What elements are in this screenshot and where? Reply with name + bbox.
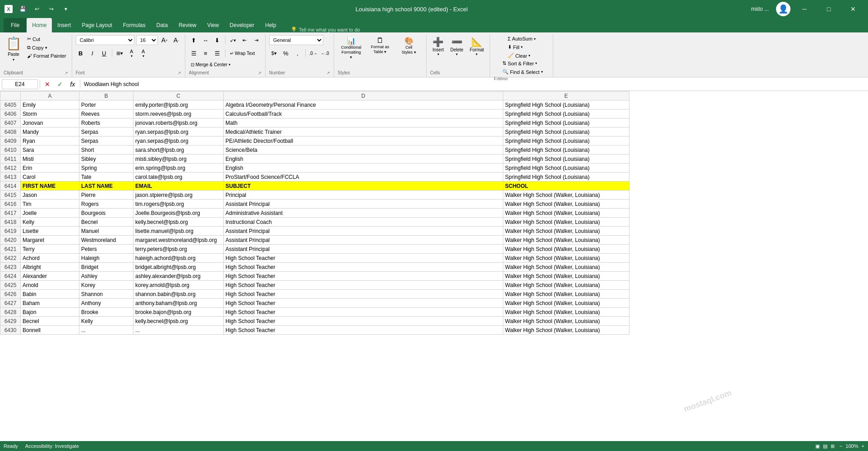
view-normal-button[interactable]: ▣ [815,443,820,449]
cell-a[interactable]: Achord [21,254,79,263]
cell-b[interactable]: Serpas [79,137,133,146]
cell-a[interactable]: Mandy [21,128,79,137]
font-color-button[interactable]: A▾ [138,48,148,58]
merge-dropdown[interactable]: ▾ [229,63,230,67]
cell-e[interactable]: Walker High School (Walker, Louisiana) [503,245,629,254]
cell-b[interactable]: Korey [79,281,133,290]
cell-e[interactable]: Springfield High School (Louisiana) [503,137,629,146]
col-header-a[interactable]: A [21,91,79,100]
cell-c[interactable]: ryan.serpas@lpsb.org [133,137,224,146]
cell-c[interactable]: ryan.serpas@lpsb.org [133,128,224,137]
font-shrink-button[interactable]: A- [171,35,181,45]
cell-d[interactable]: High School Teacher [224,281,503,290]
cell-d[interactable]: Assistant Principal [224,245,503,254]
row-number[interactable]: 6420 [0,236,21,245]
cell-c[interactable]: shannon.babin@lpsb.org [133,290,224,299]
cell-c[interactable]: korey.arnold@lpsb.org [133,281,224,290]
delete-button[interactable]: ➖ Delete ▾ [448,35,466,58]
align-center-button[interactable]: ≡ [201,48,211,58]
cell-d[interactable]: High School Teacher [224,308,503,317]
cell-c[interactable]: ... [133,326,224,335]
cell-e[interactable]: Springfield High School (Louisiana) [503,128,629,137]
font-grow-button[interactable]: A+ [160,35,170,45]
font-family-select[interactable]: Calibri [76,35,134,45]
align-left-button[interactable]: ☰ [189,48,199,58]
cell-e[interactable]: Springfield High School (Louisiana) [503,164,629,173]
cell-c[interactable]: bridget.albright@lpsb.org [133,263,224,272]
cell-c[interactable]: misti.sibley@lpsb.org [133,155,224,164]
cell-c[interactable]: carol.tate@lpsb.org [133,173,224,182]
row-number[interactable]: 6405 [0,100,21,109]
row-number[interactable]: 6407 [0,118,21,128]
row-number[interactable]: 6424 [0,272,21,281]
cell-b[interactable]: Serpas [79,128,133,137]
row-number[interactable]: 6412 [0,164,21,173]
autosum-button[interactable]: Σ AutoSum ▾ [506,35,537,42]
tab-insert[interactable]: Insert [52,18,76,32]
number-format-select[interactable]: General Number Currency Accounting Short… [269,35,323,45]
cell-b[interactable]: Roberts [79,118,133,128]
border-button[interactable]: ⊞▾ [115,48,125,58]
cell-d[interactable]: Instructional Coach [224,218,503,227]
fill-button[interactable]: ⬇ Fill ▾ [506,43,524,51]
table-row[interactable]: 6425ArnoldKoreykorey.arnold@lpsb.orgHigh… [0,281,629,290]
cell-e[interactable]: Springfield High School (Louisiana) [503,155,629,164]
cell-b[interactable]: Anthony [79,299,133,308]
table-row[interactable]: 6424AlexanderAshleyashley.alexander@lpsb… [0,272,629,281]
table-row[interactable]: 6412ErinSpringerin.spring@lpsb.orgEnglis… [0,164,629,173]
cell-a[interactable]: Tim [21,200,79,209]
cell-e[interactable]: Walker High School (Walker, Louisiana) [503,326,629,335]
table-row[interactable]: 6428BajonBrookebrooke.bajon@lpsb.orgHigh… [0,308,629,317]
tell-me-text[interactable]: Tell me what you want to do [299,27,360,32]
cell-d[interactable]: Assistant Principal [224,200,503,209]
clipboard-expand[interactable]: ↗ [64,71,68,75]
cell-a[interactable]: Erin [21,164,79,173]
cell-b[interactable]: Short [79,146,133,155]
cell-c[interactable]: jonovan.roberts@lpsb.org [133,118,224,128]
cell-c[interactable]: jason.stpierre@lpsb.org [133,191,224,200]
align-bottom-button[interactable]: ⬇ [212,35,222,45]
row-number[interactable]: 6414 [0,182,21,191]
cell-d[interactable]: English [224,155,503,164]
cell-c[interactable]: kelly.becnel@lpsb.org [133,317,224,326]
bold-button[interactable]: B [76,48,86,58]
table-row[interactable]: 6419LisetteManuellisette.manuel@lpsb.org… [0,227,629,236]
cell-b[interactable]: Bourgeois [79,209,133,218]
text-direction-button[interactable]: ↙▾ [228,35,238,45]
indent-decrease-button[interactable]: ⇤ [240,35,250,45]
fill-dropdown[interactable]: ▾ [521,45,523,49]
accounting-format-button[interactable]: $▾ [269,48,279,58]
cell-a[interactable]: Joelle [21,209,79,218]
cell-d[interactable]: High School Teacher [224,254,503,263]
delete-dropdown[interactable]: ▾ [456,52,458,56]
cell-a[interactable]: Emily [21,100,79,109]
view-break-button[interactable]: ⊞ [831,443,835,449]
view-layout-button[interactable]: ▤ [823,443,827,449]
indent-increase-button[interactable]: ⇥ [252,35,262,45]
zoom-in-button[interactable]: + [862,443,864,449]
cell-c[interactable]: tim.rogers@lpsb.org [133,200,224,209]
cell-a[interactable]: Bonnell [21,326,79,335]
cell-c[interactable]: haleigh.achord@lpsb.org [133,254,224,263]
cell-a[interactable]: Albright [21,263,79,272]
cell-b[interactable]: Pierre [79,191,133,200]
row-number[interactable]: 6417 [0,209,21,218]
cell-e[interactable]: Walker High School (Walker, Louisiana) [503,200,629,209]
cell-d[interactable]: ProStart/Food Science/FCCLA [224,173,503,182]
cell-d[interactable]: Administrative Assistant [224,209,503,218]
align-top-button[interactable]: ⬆ [189,35,199,45]
tab-review[interactable]: Review [173,18,202,32]
col-header-d[interactable]: D [224,91,503,100]
table-row[interactable]: 6422AchordHaleighhaleigh.achord@lpsb.org… [0,254,629,263]
table-row[interactable]: 6416TimRogerstim.rogers@lpsb.orgAssistan… [0,200,629,209]
cell-c[interactable]: EMAIL [133,182,224,191]
cell-c[interactable]: anthony.baham@lpsb.org [133,299,224,308]
cell-a[interactable]: Misti [21,155,79,164]
cell-b[interactable]: Tate [79,173,133,182]
cell-c[interactable]: sara.short@lpsb.org [133,146,224,155]
cell-d[interactable]: Algebra I/Geometry/Personal Finance [224,100,503,109]
row-number[interactable]: 6427 [0,299,21,308]
cell-d[interactable]: High School Teacher [224,317,503,326]
insert-function-button[interactable]: fx [67,79,78,90]
alignment-expand[interactable]: ↗ [258,71,262,75]
